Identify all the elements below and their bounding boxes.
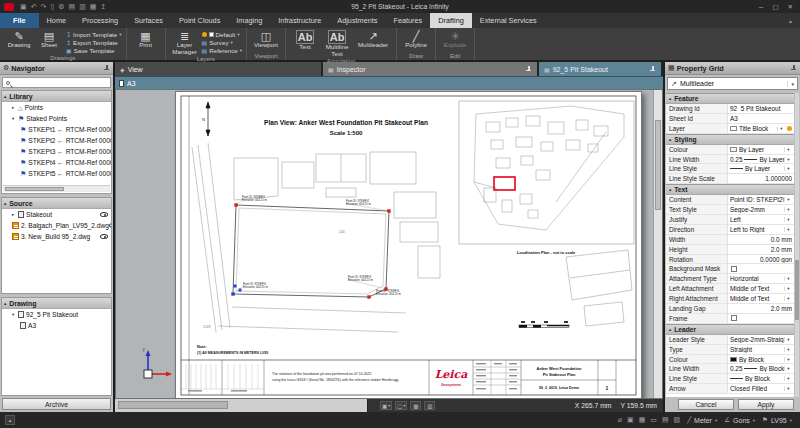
tree-item-staked-point[interactable]: ⚑STKEPt1 ← RTCM-Ref 0000 (07/10/ [2, 124, 111, 135]
sheet-tab-a3[interactable]: A3 [115, 76, 663, 89]
property-value[interactable]: 0.0 mm [728, 236, 794, 243]
property-value[interactable]: By Layer ▾ [728, 165, 794, 172]
dropdown-arrow-icon[interactable]: ▾ [784, 366, 792, 371]
maximize-button[interactable]: ▢ [772, 3, 778, 11]
dropdown-arrow-icon[interactable]: ▾ [784, 357, 792, 362]
export-template-button[interactable]: ↥Export Template [66, 39, 122, 46]
ribbon-tab[interactable]: File [0, 13, 39, 28]
ortho-icon[interactable]: ▭ [650, 416, 657, 424]
visibility-eye-icon[interactable] [100, 234, 108, 239]
archive-box-icon[interactable]: ▦ [90, 2, 97, 11]
dropdown-arrow-icon[interactable]: ▾ [784, 376, 792, 381]
undo-icon[interactable]: ↶ [31, 2, 37, 11]
text-button[interactable]: AbText [290, 29, 320, 51]
drawing-button[interactable]: ✎Drawing [4, 29, 34, 49]
property-value[interactable]: 92_5 Pit Stakeout [728, 105, 794, 112]
dropdown-arrow-icon[interactable]: ▾ [784, 217, 792, 222]
property-section-header[interactable]: ▴Feature [666, 93, 794, 104]
property-section-header[interactable]: ▴Text [666, 184, 794, 195]
navigator-search[interactable] [2, 77, 111, 88]
distance-unit-dropdown[interactable]: ╱Meter▾ [687, 416, 717, 424]
dropdown-arrow-icon[interactable]: ▾ [784, 386, 792, 391]
ribbon-tab[interactable]: Surfaces [126, 13, 171, 28]
property-value[interactable] [728, 315, 794, 321]
property-section-header[interactable]: ▴Leader [666, 324, 794, 335]
ribbon-tab[interactable]: Drafting [430, 13, 472, 28]
property-value[interactable]: 0.25 By Block ▾ [728, 365, 794, 372]
dropdown-arrow-icon[interactable]: ▾ [784, 337, 792, 342]
save-template-button[interactable]: ▣Save Template [66, 47, 122, 54]
redo-icon[interactable]: ↷ [41, 2, 47, 11]
ribbon-tab[interactable]: Infrastructure [270, 13, 329, 28]
report-icon[interactable]: ▥ [79, 2, 86, 11]
ribbon-tab[interactable]: Features [385, 13, 430, 28]
sheet-button[interactable]: ▤Sheet [34, 29, 64, 49]
tree-item-sheet-a3[interactable]: A3 [2, 320, 111, 331]
property-value[interactable]: 0.0000 gon [728, 256, 794, 263]
tree-item-staked-points[interactable]: ▾⚑Staked Points [2, 113, 111, 124]
tab-inspector[interactable]: ▤Inspector [323, 62, 539, 76]
archive-button[interactable]: Archive [2, 398, 111, 410]
tree-item-staked-point[interactable]: ⚑STKEPt2 ← RTCM-Ref 0000 (07/10/ [2, 135, 111, 146]
dropdown-arrow-icon[interactable]: ▾ [784, 296, 792, 301]
layers-icon[interactable]: ▤ [662, 416, 669, 424]
visibility-eye-icon[interactable] [109, 223, 111, 228]
angle-unit-dropdown[interactable]: ∠Gons▾ [724, 416, 755, 424]
source-item[interactable]: 2. Balgach_Plan_LV95_2.dwg [2, 220, 111, 231]
package-icon[interactable]: ▤ [69, 2, 76, 11]
visual-style-dropdown[interactable]: ▢▾ [395, 401, 407, 410]
save-icon[interactable]: ▣ [20, 2, 27, 11]
drawing-canvas[interactable]: N Plan View: Anker West Foundation Pit S… [115, 89, 663, 399]
property-value[interactable]: Segoe-2mm-Straight ▾ [728, 336, 794, 343]
tree-item-staked-point[interactable]: ⚑STKEPt5 ← RTCM-Ref 0000 (07/10/ [2, 168, 111, 179]
property-value[interactable]: 2.0 mm [728, 305, 794, 312]
property-value[interactable]: By Block ▾ [728, 375, 794, 382]
ribbon-tab[interactable]: Home [39, 13, 74, 28]
lightbulb-icon[interactable] [787, 126, 792, 131]
checkbox[interactable] [731, 315, 737, 321]
dropdown-arrow-icon[interactable]: ▾ [784, 197, 792, 202]
library-section-header[interactable]: ▴Library [2, 91, 111, 102]
dropdown-arrow-icon[interactable]: ▾ [777, 126, 785, 131]
apply-button[interactable]: Apply [738, 399, 794, 410]
ribbon-tab[interactable]: Adjustments [329, 13, 385, 28]
dropdown-arrow-icon[interactable]: ▾ [784, 276, 792, 281]
default-layer-dropdown[interactable]: Default▾ [202, 31, 243, 38]
dropdown-arrow-icon[interactable]: ▾ [784, 166, 792, 171]
explode-button[interactable]: ✳Explode [440, 29, 470, 49]
tree-item-staked-point[interactable]: ⚑STKEPt3 ← RTCM-Ref 0000 (07/10/ [2, 146, 111, 157]
dropdown-arrow-icon[interactable]: ▾ [784, 227, 792, 232]
delete-icon[interactable]: ▯ [50, 2, 54, 11]
dropdown-arrow-icon[interactable]: ▾ [784, 286, 792, 291]
tree-item-points[interactable]: ▸△Points [2, 102, 111, 113]
dropdown-arrow-icon[interactable]: ▾ [784, 157, 792, 162]
settings-icon[interactable]: ⚙ [58, 2, 64, 11]
snap-toggle[interactable]: ▥ [424, 401, 435, 410]
property-value[interactable]: 2.0 mm [728, 246, 794, 253]
ribbon-collapse-icon[interactable]: ▴ [781, 13, 800, 28]
property-value[interactable]: Title Block ▾ [728, 125, 794, 132]
property-value[interactable]: A3 [728, 115, 794, 122]
dropdown-arrow-icon[interactable]: ▾ [784, 347, 792, 352]
canvas-hscrollbar[interactable] [115, 399, 368, 412]
folder-icon[interactable]: ▧ [674, 416, 681, 424]
print-button[interactable]: ▦Print [131, 29, 161, 49]
property-value[interactable]: Straight ▾ [728, 346, 794, 353]
dropdown-arrow-icon[interactable]: ▾ [784, 207, 792, 212]
crs-dropdown[interactable]: ⚑LV95▾ [762, 416, 792, 424]
polyline-button[interactable]: ╱Polyline [401, 29, 431, 49]
property-value[interactable]: 0.25 By Layer ▾ [728, 156, 794, 163]
canvas-vscrollbar[interactable] [653, 90, 662, 398]
ribbon-tab[interactable]: Processing [74, 13, 126, 28]
visibility-eye-icon[interactable] [100, 212, 108, 217]
selection-mode-dropdown[interactable]: ▣▾ [380, 401, 392, 410]
property-value[interactable]: 1.000000 [728, 175, 794, 182]
drawing-section-header[interactable]: ▴Drawing [2, 298, 111, 309]
layer-manager-button[interactable]: ≣Layer Manager [170, 29, 200, 55]
source-item[interactable]: ▸ Stakeout [2, 209, 111, 220]
ribbon-tab[interactable]: External Services [472, 13, 545, 28]
multileader-button[interactable]: ↗Multileader [354, 29, 392, 49]
export-icon[interactable]: ↥ [100, 2, 106, 11]
tab-document[interactable]: ▤92_5 Pit Stakeout [539, 62, 663, 76]
tree-item-drawing-root[interactable]: ▾92_5 Pit Stakeout [2, 309, 111, 320]
